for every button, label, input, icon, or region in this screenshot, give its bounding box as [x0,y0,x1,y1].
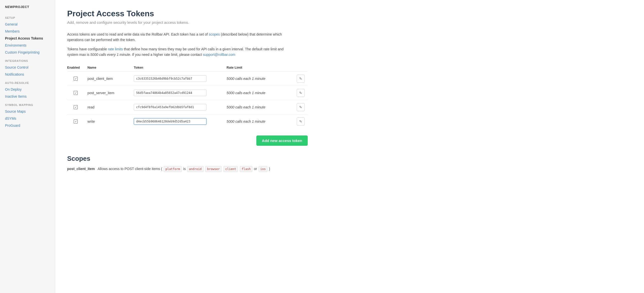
token-action-cell: ✎ [290,71,308,86]
scope-tag-flash: flash [240,166,252,172]
token-edit-button[interactable]: ✎ [297,89,305,97]
col-header-token: Token [134,64,227,72]
scope-tag-platform: platform [164,166,182,172]
sidebar-item-source-control[interactable]: Source Control [0,64,55,71]
token-value-cell [134,71,227,86]
sidebar-section-setup: SETUP [0,13,55,21]
col-header-enabled: Enabled [67,64,87,72]
token-enabled-checkbox[interactable]: ✓ [74,77,78,81]
token-enabled-cell: ✓ [67,114,87,128]
page-subtitle: Add, remove and configure security level… [67,20,632,25]
page-title: Project Access Tokens [67,9,632,18]
token-action-cell: ✎ [290,86,308,100]
token-action-cell: ✎ [290,100,308,114]
scope-tag-client: client [224,166,238,172]
support-email-link[interactable]: support@rollbar.com [203,53,235,57]
table-row: ✓post_client_item5000 calls each 1 minut… [67,71,308,86]
add-token-button[interactable]: Add new access token [256,135,308,146]
sidebar-section-auto-resolve: AUTO-RESOLVE [0,78,55,86]
sidebar-item-on-deploy[interactable]: On Deploy [0,86,55,93]
token-name-cell: post_client_item [87,71,134,86]
token-edit-button[interactable]: ✎ [297,117,305,125]
sidebar-item-notifications[interactable]: Notifications [0,71,55,78]
scopes-description: post_client_item Allows access to POST c… [67,166,293,172]
sidebar-item-members[interactable]: Members [0,28,55,35]
sidebar-section-integrations: INTEGRATIONS [0,56,55,64]
token-enabled-checkbox[interactable]: ✓ [74,105,78,109]
tokens-table: Enabled Name Token Rate Limit ✓post_clie… [67,64,308,128]
description-2: Tokens have configurable rate limits tha… [67,46,293,58]
table-row: ✓read5000 calls each 1 minute✎ [67,100,308,114]
scope-tag-ios: ios [259,166,268,172]
token-enabled-cell: ✓ [67,100,87,114]
col-header-ratelimit: Rate Limit [227,64,290,72]
description-1: Access tokens are used to read and write… [67,32,293,43]
sidebar-item-dsyms[interactable]: dSYMs [0,115,55,122]
sidebar-section-symbol-mapping: SYMBOL MAPPING [0,100,55,108]
table-actions: Add new access token [67,135,308,146]
sidebar-item-source-maps[interactable]: Source Maps [0,108,55,115]
main-content: Project Access Tokens Add, remove and co… [55,0,644,293]
sidebar-item-project-access-tokens[interactable]: Project Access Tokens [0,35,55,42]
token-action-cell: ✎ [290,114,308,128]
token-edit-button[interactable]: ✎ [297,103,305,111]
scope-tag-browser: browser [205,166,222,172]
token-value-cell [134,100,227,114]
sidebar-item-environments[interactable]: Environments [0,42,55,49]
token-value-input[interactable] [134,104,206,110]
token-enabled-cell: ✓ [67,86,87,100]
token-name-cell: read [87,100,134,114]
token-ratelimit-cell: 5000 calls each 1 minute [227,100,290,114]
token-enabled-checkbox[interactable]: ✓ [74,119,78,123]
scopes-link[interactable]: scopes [209,32,220,36]
col-header-action [290,64,308,72]
table-row: ✓write5000 calls each 1 minute✎ [67,114,308,128]
sidebar-item-general[interactable]: General [0,21,55,28]
token-ratelimit-cell: 5000 calls each 1 minute [227,71,290,86]
sidebar-item-custom-fingerprinting[interactable]: Custom Fingerprinting [0,49,55,56]
token-edit-button[interactable]: ✎ [297,75,305,83]
table-row: ✓post_server_item5000 calls each 1 minut… [67,86,308,100]
sidebar-item-proguard[interactable]: ProGuard [0,122,55,129]
token-name-cell: write [87,114,134,128]
token-value-cell [134,86,227,100]
rate-limits-link[interactable]: rate limits [108,47,123,51]
scope-tag-android: android [187,166,203,172]
token-enabled-checkbox[interactable]: ✓ [74,91,78,95]
token-ratelimit-cell: 5000 calls each 1 minute [227,86,290,100]
sidebar: NEWPROJECT SETUP General Members Project… [0,0,55,293]
token-value-input[interactable] [134,118,206,125]
token-value-cell [134,114,227,128]
scopes-title: Scopes [67,155,632,163]
sidebar-item-inactive-items[interactable]: Inactive Items [0,93,55,100]
token-ratelimit-cell: 5000 calls each 1 minute [227,114,290,128]
token-enabled-cell: ✓ [67,71,87,86]
token-value-input[interactable] [134,90,206,96]
sidebar-project-name: NEWPROJECT [0,5,55,13]
col-header-name: Name [87,64,134,72]
token-value-input[interactable] [134,75,206,82]
token-name-cell: post_server_item [87,86,134,100]
